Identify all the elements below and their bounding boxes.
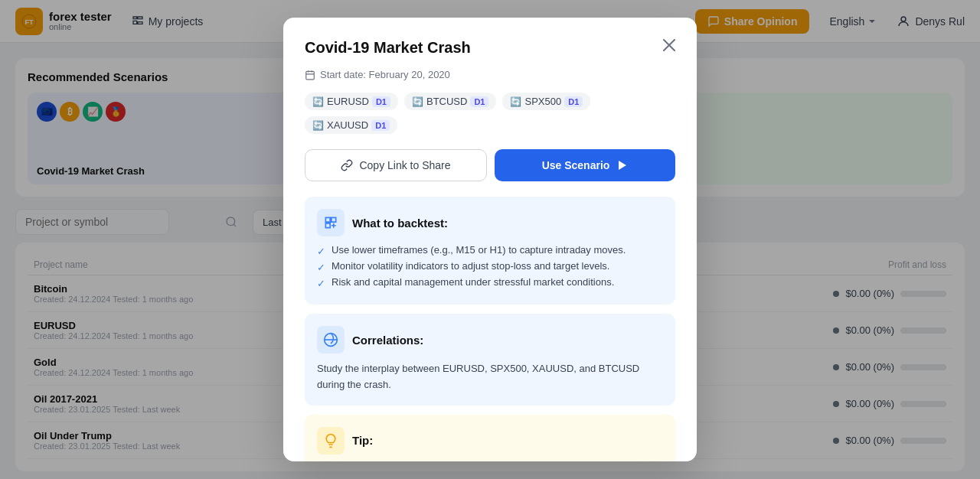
correlations-body: Study the interplay between EURUSD, SPX5… xyxy=(317,361,663,393)
backtest-list: ✓Use lower timeframes (e.g., M15 or H1) … xyxy=(317,244,663,289)
backtest-title: What to backtest: xyxy=(352,217,448,230)
correlations-header: Correlations: xyxy=(317,326,663,354)
backtest-icon xyxy=(317,209,345,236)
copy-link-button[interactable]: Copy Link to Share xyxy=(305,149,487,181)
close-icon xyxy=(662,38,676,52)
backtest-item: ✓Use lower timeframes (e.g., M15 or H1) … xyxy=(317,244,663,257)
action-row: Copy Link to Share Use Scenario xyxy=(305,149,675,181)
copy-link-label: Copy Link to Share xyxy=(359,159,450,171)
backtest-card: What to backtest: ✓Use lower timeframes … xyxy=(305,197,675,305)
start-date-text: Start date: February 20, 2020 xyxy=(320,69,450,80)
checkmark-icon: ✓ xyxy=(317,262,325,273)
use-scenario-button[interactable]: Use Scenario xyxy=(495,149,675,181)
svg-rect-4 xyxy=(306,71,315,80)
modal: Covid-19 Market Crash Start date: Februa… xyxy=(283,18,697,461)
tip-card: Tip: Analyze the timing of market-moving… xyxy=(305,415,675,461)
tip-header: Tip: xyxy=(317,427,663,455)
correlations-card: Correlations: Study the interplay betwee… xyxy=(305,314,675,406)
backtest-item: ✓Monitor volatility indicators to adjust… xyxy=(317,260,663,273)
link-icon xyxy=(341,159,353,171)
backtest-header: What to backtest: xyxy=(317,209,663,236)
calendar-icon xyxy=(305,70,315,80)
modal-close-button[interactable] xyxy=(657,33,681,57)
tip-icon xyxy=(317,427,345,455)
symbol-tags: 🔄EURUSDD1🔄BTCUSDD1🔄SPX500D1🔄XAUUSDD1 xyxy=(305,93,675,134)
backtest-item: ✓Risk and capital management under stres… xyxy=(317,276,663,289)
use-scenario-label: Use Scenario xyxy=(542,159,610,171)
tip-title: Tip: xyxy=(352,434,373,447)
modal-title: Covid-19 Market Crash xyxy=(305,39,675,57)
symbol-tag: 🔄EURUSDD1 xyxy=(305,93,398,110)
symbol-tag: 🔄BTCUSDD1 xyxy=(404,93,497,110)
correlations-title: Correlations: xyxy=(352,334,423,347)
checkmark-icon: ✓ xyxy=(317,278,325,289)
checkmark-icon: ✓ xyxy=(317,246,325,257)
correlations-icon xyxy=(317,326,345,354)
modal-overlay[interactable]: Covid-19 Market Crash Start date: Februa… xyxy=(0,0,980,479)
symbol-tag: 🔄XAUUSDD1 xyxy=(305,116,397,134)
start-date-row: Start date: February 20, 2020 xyxy=(305,69,675,80)
play-icon xyxy=(616,159,628,171)
symbol-tag: 🔄SPX500D1 xyxy=(502,93,590,110)
